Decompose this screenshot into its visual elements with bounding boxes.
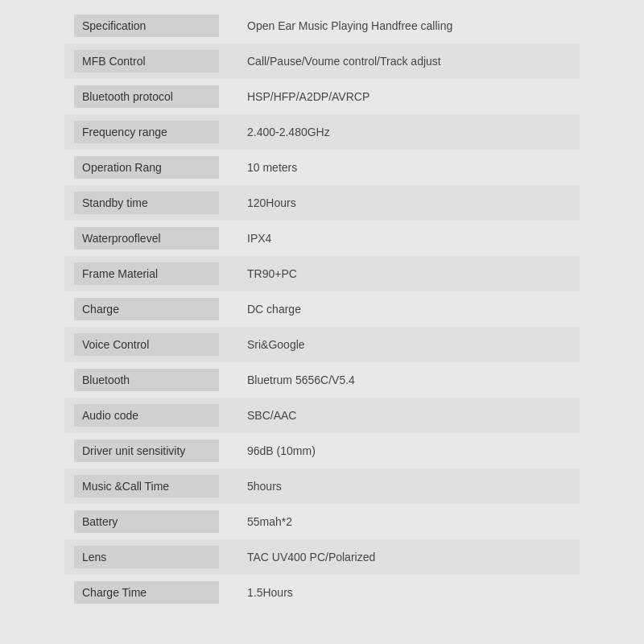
spec-label-text: Specification <box>74 14 219 37</box>
table-row: Operation Rang10 meters <box>64 150 580 185</box>
table-row: Battery55mah*2 <box>64 504 580 539</box>
spec-label-text: Charge Time <box>74 581 219 604</box>
spec-label: Specification <box>64 8 237 43</box>
spec-value: TAC UV400 PC/Polarized <box>237 539 580 575</box>
spec-value: 5hours <box>237 469 580 504</box>
spec-label-text: Operation Rang <box>74 156 219 179</box>
spec-label-text: Driver unit sensitivity <box>74 440 219 462</box>
table-row: Voice ControlSri&Google <box>64 327 580 362</box>
table-row: BluetoothBluetrum 5656C/V5.4 <box>64 362 580 398</box>
spec-value: Call/Pause/Voume control/Track adjust <box>237 43 580 79</box>
spec-label-text: Waterprooflevel <box>74 227 219 250</box>
spec-label: Charge Time <box>64 575 237 610</box>
spec-value: IPX4 <box>237 221 580 256</box>
spec-label-text: MFB Control <box>74 50 219 72</box>
spec-label-text: Bluetooth <box>74 369 219 391</box>
table-row: Frequency range2.400-2.480GHz <box>64 114 580 150</box>
spec-label-text: Audio code <box>74 404 219 427</box>
spec-label-text: Frequency range <box>74 121 219 143</box>
spec-table: SpecificationOpen Ear Music Playing Hand… <box>64 8 580 610</box>
spec-label-text: Standby time <box>74 192 219 214</box>
spec-label: MFB Control <box>64 43 237 79</box>
spec-label-text: Battery <box>74 510 219 533</box>
spec-label: Voice Control <box>64 327 237 362</box>
table-row: Driver unit sensitivity96dB (10mm) <box>64 433 580 469</box>
table-row: LensTAC UV400 PC/Polarized <box>64 539 580 575</box>
table-row: Charge Time1.5Hours <box>64 575 580 610</box>
spec-label-text: Lens <box>74 546 219 568</box>
table-row: Audio codeSBC/AAC <box>64 398 580 433</box>
spec-label: Standby time <box>64 185 237 221</box>
spec-label: Frequency range <box>64 114 237 150</box>
spec-value: HSP/HFP/A2DP/AVRCP <box>237 79 580 114</box>
spec-value: SBC/AAC <box>237 398 580 433</box>
spec-value: 120Hours <box>237 185 580 221</box>
spec-label: Lens <box>64 539 237 575</box>
spec-value: DC charge <box>237 291 580 327</box>
spec-value: 2.400-2.480GHz <box>237 114 580 150</box>
spec-value: 10 meters <box>237 150 580 185</box>
table-row: ChargeDC charge <box>64 291 580 327</box>
spec-label: Waterprooflevel <box>64 221 237 256</box>
spec-label: Bluetooth <box>64 362 237 398</box>
table-row: Music &Call Time5hours <box>64 469 580 504</box>
spec-value: Bluetrum 5656C/V5.4 <box>237 362 580 398</box>
spec-label-text: Bluetooth protocol <box>74 85 219 108</box>
spec-label: Driver unit sensitivity <box>64 433 237 469</box>
spec-value: Sri&Google <box>237 327 580 362</box>
table-row: Frame MaterialTR90+PC <box>64 256 580 291</box>
table-row: Standby time120Hours <box>64 185 580 221</box>
spec-label: Music &Call Time <box>64 469 237 504</box>
spec-label: Audio code <box>64 398 237 433</box>
spec-label: Operation Rang <box>64 150 237 185</box>
spec-value: Open Ear Music Playing Handfree calling <box>237 8 580 43</box>
spec-table-container: SpecificationOpen Ear Music Playing Hand… <box>0 0 644 644</box>
spec-value: TR90+PC <box>237 256 580 291</box>
spec-label: Frame Material <box>64 256 237 291</box>
spec-label: Bluetooth protocol <box>64 79 237 114</box>
spec-value: 1.5Hours <box>237 575 580 610</box>
table-row: Bluetooth protocolHSP/HFP/A2DP/AVRCP <box>64 79 580 114</box>
spec-label: Charge <box>64 291 237 327</box>
spec-label-text: Music &Call Time <box>74 475 219 497</box>
spec-label-text: Charge <box>74 298 219 320</box>
spec-label: Battery <box>64 504 237 539</box>
spec-value: 96dB (10mm) <box>237 433 580 469</box>
spec-value: 55mah*2 <box>237 504 580 539</box>
table-row: WaterprooflevelIPX4 <box>64 221 580 256</box>
table-row: SpecificationOpen Ear Music Playing Hand… <box>64 8 580 43</box>
spec-label-text: Voice Control <box>74 333 219 356</box>
table-row: MFB ControlCall/Pause/Voume control/Trac… <box>64 43 580 79</box>
spec-label-text: Frame Material <box>74 262 219 285</box>
